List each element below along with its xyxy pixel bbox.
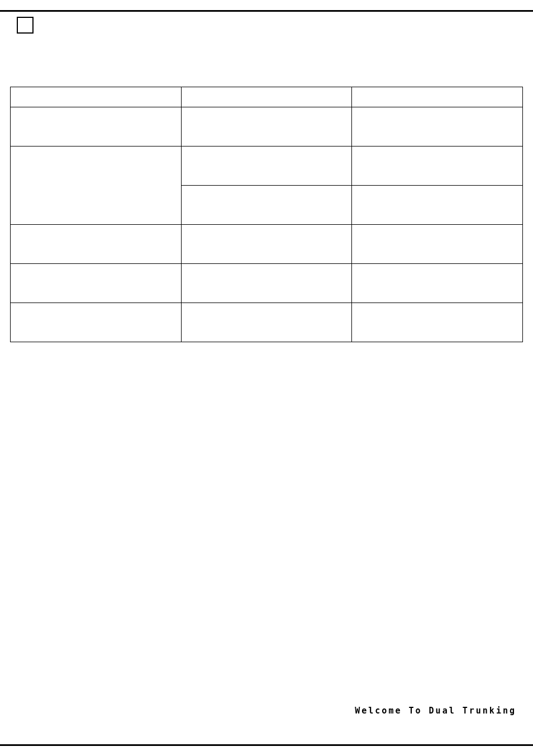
- row2-col3-top: [352, 147, 523, 186]
- row3-col1: [11, 225, 182, 264]
- top-border-line: [0, 10, 533, 12]
- main-table: [10, 87, 523, 342]
- row1-col1: [11, 107, 182, 147]
- row4-col2: [181, 264, 352, 303]
- table-row-split: [11, 147, 523, 186]
- row3-col2: [181, 225, 352, 264]
- row4-col1: [11, 264, 182, 303]
- table-header-row: [11, 87, 523, 107]
- welcome-text: Welcome To Dual Trunking: [355, 706, 516, 716]
- row5-col1: [11, 303, 182, 342]
- table-row: [11, 225, 523, 264]
- table-row: [11, 264, 523, 303]
- row4-col3: [352, 264, 523, 303]
- checkbox-icon[interactable]: [17, 17, 34, 34]
- row2-col2-top: [181, 147, 352, 186]
- row1-col2: [181, 107, 352, 147]
- header-col2: [181, 87, 352, 107]
- row5-col3: [352, 303, 523, 342]
- header-col1: [11, 87, 182, 107]
- table-row: [11, 303, 523, 342]
- row2-col1: [11, 147, 182, 225]
- row3-col3: [352, 225, 523, 264]
- row5-col2: [181, 303, 352, 342]
- header-col3: [352, 87, 523, 107]
- bottom-border-line: [0, 744, 533, 746]
- row1-col3: [352, 107, 523, 147]
- row2-col2-bottom: [181, 186, 352, 225]
- main-table-wrapper: [10, 87, 523, 342]
- table-row: [11, 107, 523, 147]
- row2-col3-bottom: [352, 186, 523, 225]
